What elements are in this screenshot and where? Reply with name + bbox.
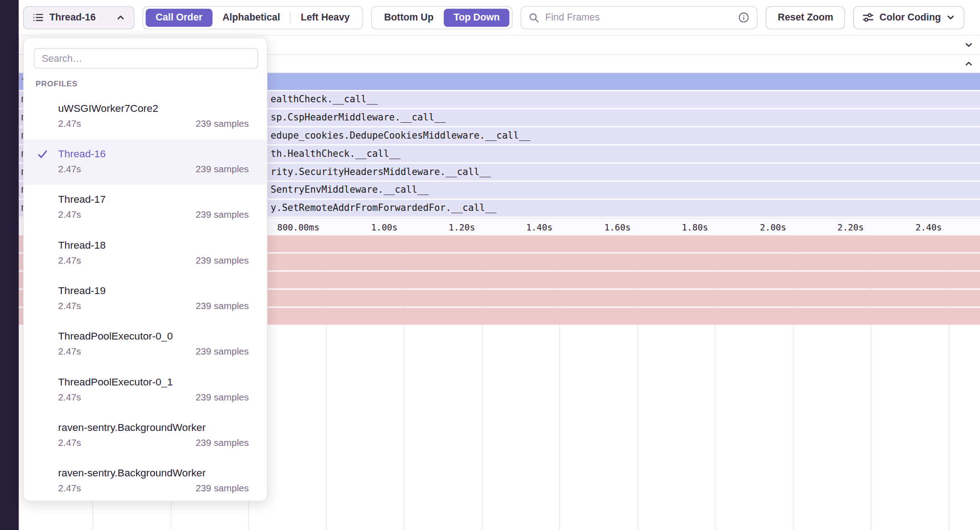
profile-samples: 239 samples: [196, 300, 249, 312]
profile-option-selected[interactable]: Thread-16 2.47s 239 samples: [24, 139, 267, 185]
profile-option[interactable]: ThreadPoolExecutor-0_0 2.47s 239 samples: [24, 321, 267, 367]
profile-option[interactable]: raven-sentry.BackgroundWorker 2.47s 239 …: [24, 458, 267, 501]
profile-duration: 2.47s: [58, 209, 81, 221]
profile-samples: 239 samples: [196, 117, 249, 130]
frame-text: rity.SecurityHeadersMiddleware.__call__: [271, 166, 491, 177]
toolbar: Thread-16 Call Order Alphabetical Left H…: [19, 0, 980, 35]
sort-segmented-control: Call Order Alphabetical Left Heavy: [142, 6, 363, 29]
find-frames-field: [521, 6, 758, 29]
profile-name: raven-sentry.BackgroundWorker: [58, 420, 249, 434]
thread-search-input[interactable]: [34, 48, 258, 69]
sort-option-left-heavy[interactable]: Left Heavy: [291, 9, 360, 27]
chevron-down-icon[interactable]: [964, 40, 974, 50]
time-axis-label: 1.60s: [543, 219, 631, 236]
profile-samples: 239 samples: [196, 163, 249, 175]
thread-selector-button[interactable]: Thread-16: [23, 6, 135, 29]
profile-duration: 2.47s: [58, 163, 81, 175]
profile-name: raven-sentry.BackgroundWorker: [58, 466, 249, 480]
time-axis-label: 1.20s: [388, 219, 475, 236]
color-coding-label: Color Coding: [879, 12, 941, 23]
time-axis-label: 1.00s: [310, 219, 397, 236]
profiler-app: Thread-16 Call Order Alphabetical Left H…: [0, 0, 980, 530]
time-axis-label: 1.80s: [621, 219, 708, 236]
thread-list-icon: [32, 12, 44, 23]
profile-samples: 239 samples: [196, 391, 249, 403]
direction-segmented-control: Bottom Up Top Down: [371, 6, 513, 29]
profile-duration: 2.47s: [58, 391, 81, 403]
frame-text: y.SetRemoteAddrFromForwardedFor.__call__: [271, 202, 496, 214]
profile-name: Thread-19: [58, 284, 249, 297]
frame-text: th.HealthCheck.__call__: [271, 148, 400, 160]
info-icon[interactable]: [738, 12, 750, 23]
chevron-up-icon[interactable]: [964, 59, 974, 69]
time-axis-label: 1.40s: [465, 219, 552, 236]
profiles-section-label: PROFILES: [35, 79, 267, 88]
checkmark-icon: [37, 149, 48, 160]
time-axis-label: 2.00s: [699, 219, 786, 236]
color-coding-button[interactable]: Color Coding: [853, 6, 965, 29]
profiles-list: uWSGIWorker7Core2 2.47s 239 samples Thre…: [24, 94, 267, 501]
profile-name: uWSGIWorker7Core2: [58, 101, 249, 115]
profile-name: Thread-17: [58, 192, 249, 206]
frame-text: SentryEnvMiddleware.__call__: [271, 184, 429, 195]
profile-name: ThreadPoolExecutor-0_0: [58, 329, 249, 343]
profile-duration: 2.47s: [58, 482, 81, 495]
thread-dropdown-panel: PROFILES uWSGIWorker7Core2 2.47s 239 sam…: [23, 37, 268, 501]
time-axis-label: 2.20s: [776, 219, 864, 236]
profile-duration: 2.47s: [58, 436, 81, 449]
profile-option[interactable]: raven-sentry.BackgroundWorker 2.47s 239 …: [24, 413, 267, 458]
profile-duration: 2.47s: [58, 345, 81, 358]
profile-duration: 2.47s: [58, 117, 81, 130]
find-frames-input[interactable]: [546, 12, 733, 23]
profile-name: Thread-18: [58, 238, 249, 251]
reset-zoom-button[interactable]: Reset Zoom: [766, 6, 845, 29]
profile-option[interactable]: uWSGIWorker7Core2 2.47s 239 samples: [24, 94, 267, 139]
profile-samples: 239 samples: [196, 482, 249, 495]
profile-samples: 239 samples: [196, 345, 249, 358]
frame-text: sp.CspHeaderMiddleware.__call__: [271, 112, 446, 123]
time-axis-label: 2.40s: [854, 219, 942, 236]
chevron-down-icon: [946, 13, 955, 22]
profile-name: Thread-16: [58, 147, 249, 160]
profile-duration: 2.47s: [58, 254, 81, 266]
frame-text: ealthCheck.__call__: [271, 94, 378, 105]
left-sidebar-strip: [0, 0, 19, 530]
thread-selector-label: Thread-16: [50, 12, 96, 23]
search-icon: [529, 12, 540, 23]
sort-option-call-order[interactable]: Call Order: [146, 9, 212, 27]
sliders-icon: [863, 12, 874, 22]
profile-option[interactable]: Thread-18 2.47s 239 samples: [24, 230, 267, 276]
frame-text: edupe_cookies.DedupeCookiesMiddleware.__…: [271, 130, 530, 141]
profile-option[interactable]: ThreadPoolExecutor-0_1 2.47s 239 samples: [24, 367, 267, 413]
profile-samples: 239 samples: [196, 209, 249, 221]
direction-option-bottom-up[interactable]: Bottom Up: [374, 9, 444, 27]
chevron-up-icon: [116, 13, 125, 22]
profile-samples: 239 samples: [196, 254, 249, 266]
profile-samples: 239 samples: [196, 436, 249, 449]
profile-option[interactable]: Thread-17 2.47s 239 samples: [24, 185, 267, 230]
sort-option-alphabetical[interactable]: Alphabetical: [212, 9, 290, 27]
profile-duration: 2.47s: [58, 300, 81, 312]
profile-name: ThreadPoolExecutor-0_1: [58, 375, 249, 388]
profile-option[interactable]: Thread-19 2.47s 239 samples: [24, 276, 267, 321]
direction-option-top-down[interactable]: Top Down: [444, 9, 510, 27]
